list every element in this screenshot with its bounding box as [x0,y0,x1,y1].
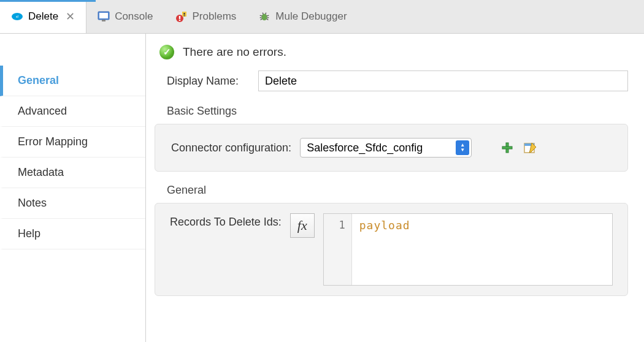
sidebar-item-advanced[interactable]: Advanced [0,96,145,127]
tab-console[interactable]: Console [86,0,164,33]
section-title: General [155,184,628,197]
sidebar-item-label: Error Mapping [18,135,88,148]
tab-debugger[interactable]: Mule Debugger [247,0,358,33]
display-name-input[interactable] [258,70,628,91]
sidebar-item-error-mapping[interactable]: Error Mapping [0,127,145,158]
console-icon [98,10,110,23]
line-gutter: 1 [324,214,352,285]
close-icon[interactable]: ✕ [66,10,75,23]
tab-problems[interactable]: Problems [164,0,248,33]
status-row: ✓ There are no errors. [155,45,628,59]
code-content[interactable]: payload [352,214,612,285]
edit-icon [524,142,537,154]
section-title: Basic Settings [155,105,628,118]
debugger-icon [258,10,270,23]
sidebar-item-metadata[interactable]: Metadata [0,158,145,188]
tab-bar: sf Delete ✕ Console Problems Mule Debugg… [0,0,644,34]
plus-icon [501,142,513,154]
tab-label: Delete [28,10,58,23]
connector-config-select[interactable] [300,138,472,158]
svg-rect-3 [99,13,108,18]
sidebar-item-label: Metadata [18,166,64,178]
tab-label: Console [115,10,153,23]
sidebar-item-help[interactable]: Help [0,219,145,249]
sidebar-item-label: Help [18,227,40,240]
connector-config-row: Connector configuration: ▲▼ [171,138,611,158]
tab-delete[interactable]: sf Delete ✕ [0,0,86,33]
svg-point-10 [262,13,267,20]
problems-icon [175,10,188,23]
edit-config-button[interactable] [523,140,538,155]
svg-line-13 [261,19,263,20]
sidebar: General Advanced Error Mapping Metadata … [0,34,146,342]
svg-text:sf: sf [16,15,19,18]
svg-rect-7 [178,20,180,21]
svg-line-17 [263,13,264,15]
svg-rect-4 [102,20,105,21]
basic-settings-section: Basic Settings Connector configuration: … [155,105,628,172]
add-config-button[interactable] [500,140,515,155]
svg-line-14 [267,15,269,16]
display-name-label: Display Name: [167,75,250,88]
sidebar-item-label: Advanced [18,105,67,117]
svg-rect-9 [183,15,185,17]
connector-config-label: Connector configuration: [171,142,291,154]
svg-line-18 [266,13,266,15]
tab-label: Mule Debugger [275,10,347,23]
general-section: General Records To Delete Ids: fx 1 payl… [155,184,628,296]
salesforce-icon: sf [11,10,23,23]
content-area: ✓ There are no errors. Display Name: Bas… [146,34,644,342]
sidebar-item-label: General [18,74,59,86]
svg-rect-6 [178,16,180,19]
svg-line-16 [267,19,269,20]
check-icon: ✓ [159,45,174,59]
code-editor[interactable]: 1 payload [323,213,613,286]
fx-button[interactable]: fx [290,213,315,238]
tab-label: Problems [193,10,237,23]
svg-line-11 [260,15,263,16]
display-name-row: Display Name: [155,70,628,91]
svg-rect-8 [183,13,185,15]
status-text: There are no errors. [183,45,286,59]
sidebar-item-label: Notes [18,197,47,209]
main-layout: General Advanced Error Mapping Metadata … [0,34,644,342]
records-delete-label: Records To Delete Ids: [170,213,282,229]
sidebar-item-notes[interactable]: Notes [0,188,145,219]
svg-rect-20 [502,146,512,149]
sidebar-item-general[interactable]: General [0,66,145,96]
